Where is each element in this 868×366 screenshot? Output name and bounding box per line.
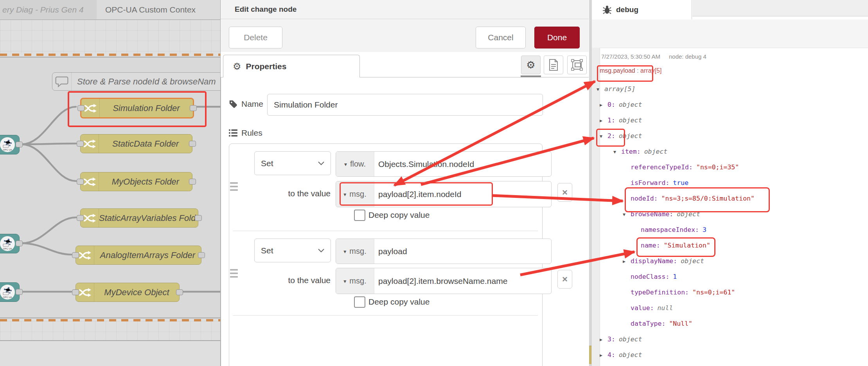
tree-row-1[interactable]: ▸1:object <box>600 115 642 126</box>
tree-row-name: name:"Simulation" <box>633 240 710 251</box>
expand-caret-icon[interactable]: ▸ <box>600 350 607 360</box>
node-label: Simulation Folder <box>100 103 193 113</box>
tree-row-3[interactable]: ▸3:object <box>600 334 642 344</box>
document-icon <box>548 59 559 71</box>
tag-icon <box>229 100 237 108</box>
rule1-deep-copy-checkbox[interactable] <box>354 210 365 221</box>
caret-down-icon: ▾ <box>343 191 346 197</box>
tree-row-4[interactable]: ▸4:object <box>600 350 642 360</box>
expand-caret-icon[interactable]: ▾ <box>613 147 621 157</box>
tree-row-array[interactable]: ▾array[5] <box>597 84 635 94</box>
source-node: node: debug 4 <box>669 53 706 60</box>
appearance-view-button[interactable] <box>567 56 587 74</box>
workspace-tab-battery-diag[interactable]: ery Diag - Prius Gen 4 <box>0 0 99 19</box>
rule2-deep-copy-checkbox[interactable] <box>354 296 365 308</box>
tree-row-displayname[interactable]: ▸displayName:object <box>623 256 704 266</box>
output-port[interactable] <box>16 289 23 295</box>
rule2-deep-copy-label: Deep copy value <box>368 297 430 307</box>
description-view-button[interactable] <box>544 56 563 74</box>
payload-path[interactable]: msg.payload <box>600 67 635 74</box>
input-port[interactable] <box>77 141 84 147</box>
properties-view-button[interactable]: ⚙ <box>521 56 541 74</box>
rule2-property-input[interactable]: ▾ msg. payload <box>336 239 552 264</box>
rule1-delete-button[interactable]: × <box>557 183 572 202</box>
expand-caret-icon[interactable]: ▸ <box>600 100 607 110</box>
done-button[interactable]: Done <box>534 27 580 48</box>
output-port[interactable] <box>189 141 196 147</box>
workspace-tab-opcua-custom-context[interactable]: OPC-UA Custom Contex <box>97 0 221 19</box>
output-port[interactable] <box>176 289 183 295</box>
tab-label: ery Diag - Prius Gen 4 <box>2 5 84 14</box>
output-port[interactable] <box>16 142 23 147</box>
expand-caret-icon[interactable]: ▾ <box>597 84 604 94</box>
tree-row-browsename[interactable]: ▾browseName:object <box>623 209 700 219</box>
rule2-drag-handle[interactable] <box>230 269 238 278</box>
comment-node[interactable]: Store & Parse nodeId & browseNam <box>52 72 221 91</box>
select-value: Set <box>261 159 273 168</box>
input-port[interactable] <box>77 215 84 221</box>
flow-node-staticdata-folder[interactable]: StaticData Folder <box>80 134 192 153</box>
opcua-label: OPC UA <box>0 296 15 298</box>
input-port[interactable] <box>72 252 79 258</box>
expand-caret-icon[interactable]: ▸ <box>600 334 607 344</box>
flow-node-simulation-folder[interactable]: Simulation Folder <box>80 98 194 118</box>
rule2-delete-button[interactable]: × <box>557 270 572 289</box>
node-label: MyObjects Folder <box>99 177 192 187</box>
cancel-button[interactable]: Cancel <box>476 27 526 48</box>
output-port[interactable] <box>189 179 196 185</box>
rule2-action-select[interactable]: Set <box>254 239 331 262</box>
input-port[interactable] <box>77 105 84 111</box>
tab-label: debug <box>616 5 638 14</box>
caret-down-icon: ▾ <box>344 161 347 167</box>
name-input[interactable] <box>267 94 543 116</box>
typed-input-prefix[interactable]: ▾ msg. <box>336 239 374 264</box>
input-port[interactable] <box>77 179 84 185</box>
output-port[interactable] <box>190 105 197 111</box>
tree-row-datatype: dataType:"Null" <box>623 319 692 329</box>
tree-row-namespaceindex: namespaceIndex:3 <box>633 225 706 235</box>
output-port[interactable] <box>16 240 23 246</box>
flow-node-myobjects-folder[interactable]: MyObjects Folder <box>80 172 192 191</box>
typed-input-prefix[interactable]: ▾ msg. <box>336 268 374 294</box>
select-value: Set <box>261 246 273 255</box>
rules-section-label: Rules <box>229 128 262 138</box>
typed-input-prefix[interactable]: ▾ flow. <box>336 152 374 176</box>
flow-node-analogitemarrays-folder[interactable]: AnalogItemArrays Folder <box>75 246 201 265</box>
rule1-deep-copy-label: Deep copy value <box>368 210 430 220</box>
flow-node-opcua-server[interactable]: OPC UA <box>0 282 20 302</box>
comment-label: Store & Parse nodeId & browseNam <box>72 77 216 87</box>
output-port[interactable] <box>198 252 205 258</box>
expand-caret-icon[interactable]: ▸ <box>600 115 607 126</box>
tree-row-2[interactable]: ▾2:object <box>600 131 642 141</box>
rule1-action-select[interactable]: Set <box>254 151 331 175</box>
input-port[interactable] <box>72 289 79 295</box>
node-label: StaticData Folder <box>99 139 192 149</box>
tree-row-typedefinition: typeDefinition:"ns=0;i=61" <box>623 287 735 298</box>
delete-button[interactable]: Delete <box>229 27 282 48</box>
output-port[interactable] <box>195 215 202 221</box>
expand-caret-icon[interactable]: ▸ <box>623 256 631 266</box>
tree-row-isforward: isForward:true <box>623 178 688 188</box>
rule1-drag-handle[interactable] <box>230 182 238 191</box>
tab-debug[interactable]: debug <box>592 0 692 20</box>
flow-node-opcua-server[interactable]: OPC UA <box>0 234 20 253</box>
expand-caret-icon[interactable]: ▾ <box>600 131 607 141</box>
tree-row-item[interactable]: ▾item:object <box>613 147 667 157</box>
tab-label: OPC-UA Custom Contex <box>105 5 196 14</box>
flow-node-mydevice-object[interactable]: MyDevice Object <box>75 283 180 302</box>
chevron-down-icon <box>318 161 324 165</box>
name-field-label: Name <box>229 99 263 109</box>
tree-row-nodeclass: nodeClass:1 <box>623 272 677 282</box>
rule1-value-input[interactable]: ▾ msg. payload[2].item.nodeId <box>336 181 552 207</box>
workspace-tab-bar: ery Diag - Prius Gen 4 OPC-UA Custom Con… <box>0 0 220 20</box>
tree-row-0[interactable]: ▸0:object <box>600 100 642 110</box>
flow-node-staticarrayvariables-folder[interactable]: StaticArrayVariables Folder <box>80 208 198 228</box>
expand-caret-icon[interactable]: ▾ <box>623 209 631 219</box>
node-label: AnalogItemArrays Folder <box>94 250 201 260</box>
flow-node-opcua-server[interactable]: OPC UA <box>0 135 20 154</box>
typed-input-prefix[interactable]: ▾ msg. <box>336 181 374 207</box>
rule1-property-input[interactable]: ▾ flow. Objects.Simulation.nodeId <box>336 151 552 177</box>
rule2-value-input[interactable]: ▾ msg. payload[2].item.browseName.name <box>336 268 552 294</box>
debug-toolbar <box>592 20 868 48</box>
tab-properties[interactable]: ⚙ Properties <box>223 55 360 77</box>
